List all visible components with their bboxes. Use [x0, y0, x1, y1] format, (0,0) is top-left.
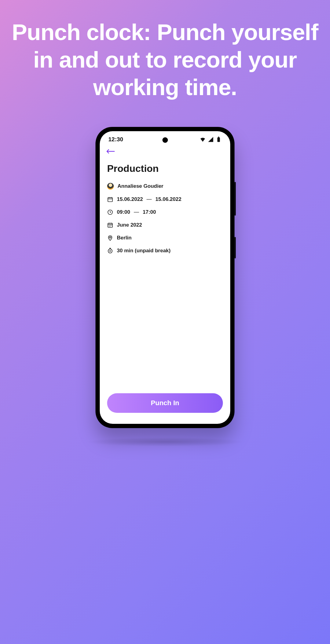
location-row: Berlin: [107, 235, 223, 241]
separator: —: [134, 209, 139, 215]
svg-point-5: [109, 237, 111, 238]
location-pin-icon: [107, 235, 113, 241]
date-row: 15.06.2022 — 15.06.2022: [107, 196, 223, 202]
month-value: June 2022: [117, 222, 142, 228]
svg-rect-2: [108, 198, 112, 202]
page-title: Production: [107, 163, 223, 174]
user-row: Annaliese Goudier: [107, 183, 223, 190]
time-start: 09:00: [117, 209, 130, 215]
phone-side-button: [235, 182, 236, 216]
back-button[interactable]: [106, 148, 115, 154]
svg-point-6: [108, 249, 112, 253]
content-area: Production Annaliese Goudier 15.06.2022 …: [100, 161, 230, 424]
phone-screen: 12:30 Production Annaliese Goudier 15.06…: [100, 131, 230, 424]
location-value: Berlin: [117, 235, 132, 241]
marketing-heading: Punch clock: Punch yourself in and out t…: [0, 0, 330, 101]
back-arrow-icon: [106, 149, 115, 154]
punch-in-button[interactable]: Punch In: [107, 393, 223, 413]
status-time: 12:30: [108, 136, 123, 143]
user-name: Annaliese Goudier: [118, 183, 163, 189]
separator: —: [147, 196, 152, 202]
avatar: [107, 183, 114, 190]
phone-shadow: [86, 437, 244, 446]
break-value: 30 min (unpaid break): [117, 248, 171, 254]
status-icons: [200, 136, 222, 142]
top-bar: [100, 145, 230, 161]
calendar-icon: [107, 196, 113, 202]
clock-icon: [107, 209, 113, 215]
date-end: 15.06.2022: [156, 196, 182, 202]
time-row: 09:00 — 17:00: [107, 209, 223, 215]
pause-timer-icon: [107, 248, 113, 254]
svg-rect-1: [218, 137, 219, 138]
month-row: June 2022: [107, 222, 223, 228]
calendar-month-icon: [107, 222, 113, 228]
phone-frame: 12:30 Production Annaliese Goudier 15.06…: [96, 127, 235, 428]
battery-icon: [216, 136, 222, 142]
svg-rect-0: [217, 137, 220, 142]
break-row: 30 min (unpaid break): [107, 248, 223, 254]
signal-icon: [208, 136, 214, 142]
bottom-action-area: Punch In: [107, 393, 223, 421]
time-end: 17:00: [143, 209, 156, 215]
front-camera: [162, 137, 168, 143]
wifi-icon: [200, 136, 206, 142]
date-start: 15.06.2022: [117, 196, 143, 202]
phone-side-button: [235, 237, 236, 258]
